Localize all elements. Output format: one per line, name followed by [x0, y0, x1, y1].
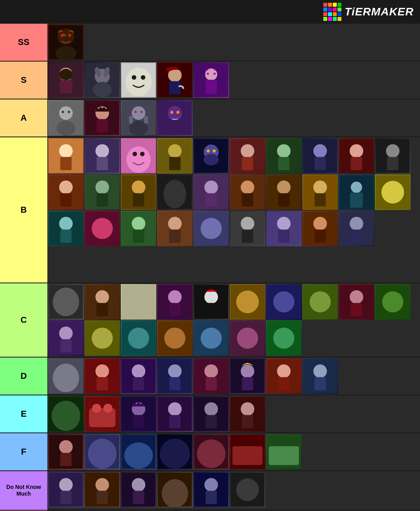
list-item[interactable] — [339, 284, 374, 320]
list-item[interactable] — [230, 396, 265, 432]
list-item[interactable] — [266, 358, 302, 394]
list-item[interactable] — [230, 284, 265, 320]
list-item[interactable] — [193, 284, 229, 320]
list-item[interactable] — [48, 434, 84, 470]
list-item[interactable] — [157, 211, 193, 246]
list-item[interactable] — [157, 284, 193, 320]
svg-point-193 — [313, 364, 327, 378]
list-item[interactable] — [266, 320, 302, 356]
list-item[interactable] — [48, 100, 84, 136]
list-item[interactable] — [121, 138, 156, 174]
list-item[interactable] — [48, 24, 84, 60]
list-item[interactable] — [48, 320, 84, 356]
list-item[interactable] — [48, 138, 84, 174]
list-item[interactable] — [48, 211, 84, 246]
list-item[interactable] — [121, 358, 156, 394]
list-item[interactable] — [157, 472, 193, 507]
svg-point-238 — [162, 479, 188, 507]
svg-rect-105 — [350, 193, 363, 208]
svg-rect-159 — [60, 339, 72, 352]
list-item[interactable] — [193, 138, 229, 174]
list-item[interactable] — [230, 320, 265, 356]
list-item[interactable] — [84, 320, 120, 356]
list-item[interactable] — [339, 211, 374, 246]
list-item[interactable] — [375, 174, 411, 210]
list-item[interactable] — [157, 174, 193, 210]
list-item[interactable] — [302, 174, 338, 210]
list-item[interactable] — [230, 211, 265, 246]
list-item[interactable] — [121, 211, 156, 246]
tier-label-s: S — [0, 62, 47, 99]
list-item[interactable] — [84, 211, 120, 246]
list-item[interactable] — [121, 62, 156, 98]
list-item[interactable] — [157, 138, 193, 174]
list-item[interactable] — [157, 358, 193, 394]
list-item[interactable] — [157, 434, 193, 470]
list-item[interactable] — [266, 284, 302, 320]
svg-rect-118 — [169, 230, 181, 243]
list-item[interactable] — [193, 358, 229, 394]
list-item[interactable] — [84, 138, 120, 174]
svg-point-48 — [59, 144, 73, 157]
list-item[interactable] — [193, 396, 229, 432]
svg-point-69 — [277, 144, 291, 157]
list-item[interactable] — [84, 100, 120, 136]
svg-rect-41 — [129, 116, 133, 124]
list-item[interactable] — [339, 138, 374, 174]
list-item[interactable] — [266, 174, 302, 210]
list-item[interactable] — [84, 472, 120, 507]
list-item[interactable] — [302, 138, 338, 174]
list-item[interactable] — [193, 174, 229, 210]
list-item[interactable] — [230, 358, 265, 394]
list-item[interactable] — [266, 434, 302, 470]
list-item[interactable] — [157, 100, 193, 136]
list-item[interactable] — [193, 211, 229, 246]
list-item[interactable] — [339, 174, 374, 210]
list-item[interactable] — [84, 358, 120, 394]
svg-point-63 — [213, 150, 216, 153]
list-item[interactable] — [302, 358, 338, 394]
list-item[interactable] — [157, 320, 193, 356]
list-item[interactable] — [193, 62, 229, 98]
list-item[interactable] — [193, 434, 229, 470]
list-item[interactable] — [121, 100, 156, 136]
list-item[interactable] — [375, 138, 411, 174]
list-item[interactable] — [121, 320, 156, 356]
list-item[interactable] — [121, 284, 156, 320]
list-item[interactable] — [121, 396, 156, 432]
list-item[interactable] — [302, 211, 338, 246]
list-item[interactable] — [48, 358, 84, 394]
list-item[interactable] — [193, 320, 229, 356]
list-item[interactable] — [121, 434, 156, 470]
list-item[interactable] — [48, 174, 84, 210]
list-item[interactable] — [302, 284, 338, 320]
list-item[interactable] — [230, 138, 265, 174]
list-item[interactable] — [48, 284, 84, 320]
svg-point-72 — [313, 144, 327, 157]
list-item[interactable] — [193, 472, 229, 507]
list-item[interactable] — [266, 138, 302, 174]
list-item[interactable] — [48, 396, 84, 432]
list-item[interactable] — [84, 284, 120, 320]
list-item[interactable] — [230, 174, 265, 210]
list-item[interactable] — [48, 472, 84, 507]
list-item[interactable] — [48, 62, 84, 98]
svg-point-211 — [241, 402, 254, 416]
list-item[interactable] — [84, 62, 120, 98]
list-item[interactable] — [84, 174, 120, 210]
svg-rect-236 — [133, 491, 144, 504]
svg-point-45 — [171, 111, 174, 114]
list-item[interactable] — [84, 396, 120, 432]
list-item[interactable] — [121, 174, 156, 210]
list-item[interactable] — [230, 472, 265, 507]
list-item[interactable] — [266, 211, 302, 246]
svg-point-17 — [126, 67, 152, 96]
list-item[interactable] — [121, 472, 156, 507]
list-item[interactable] — [157, 396, 193, 432]
list-item[interactable] — [375, 284, 411, 320]
list-item[interactable] — [230, 434, 265, 470]
list-item[interactable] — [157, 62, 193, 98]
tier-items-a — [47, 99, 420, 137]
list-item[interactable] — [84, 434, 120, 470]
svg-point-199 — [92, 404, 101, 413]
